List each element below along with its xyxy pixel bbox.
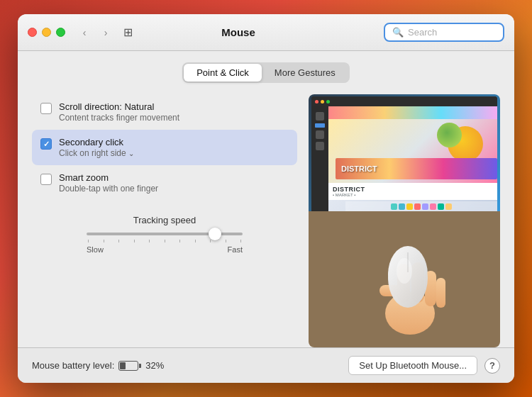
smart-zoom-checkbox[interactable] — [40, 174, 52, 185]
back-button[interactable]: ‹ — [75, 23, 94, 42]
secondary-click-checkbox-container[interactable] — [40, 138, 52, 150]
preview-bottom — [309, 211, 500, 347]
left-panel: Scroll direction: Natural Content tracks… — [32, 94, 297, 347]
scroll-direction-text: Scroll direction: Natural Content tracks… — [59, 101, 289, 123]
tab-more-gestures[interactable]: More Gestures — [262, 64, 348, 82]
smart-zoom-title: Smart zoom — [59, 172, 289, 183]
district-title: DISTRICT — [333, 186, 493, 193]
tick-marks-row — [87, 240, 243, 242]
titlebar: ‹ › ⊞ Mouse 🔍 — [18, 14, 514, 51]
district-subtitle: • MARKET • — [333, 193, 493, 197]
preview-content: DISTRICT DISTRICT • MARKET • — [311, 106, 497, 211]
tick-6 — [165, 240, 165, 242]
district-sidebar — [311, 106, 328, 211]
tracking-label: Tracking speed — [133, 215, 196, 225]
slider-labels: Slow Fast — [87, 245, 243, 254]
dock-icon-7 — [438, 203, 444, 210]
district-banner-text: DISTRICT — [341, 164, 377, 173]
tracking-speed-slider[interactable] — [87, 233, 243, 235]
main-split: Scroll direction: Natural Content tracks… — [32, 94, 500, 347]
smart-zoom-row: Smart zoom Double-tap with one finger — [32, 165, 297, 201]
help-button[interactable]: ? — [484, 358, 500, 374]
scroll-direction-checkbox[interactable] — [40, 103, 52, 114]
tick-7 — [179, 240, 180, 242]
window-title: Mouse — [93, 26, 384, 38]
scroll-direction-subtitle: Content tracks finger movement — [59, 113, 289, 123]
secondary-click-text: Secondary click Click on right side ⌄ — [59, 137, 289, 158]
search-input[interactable] — [408, 27, 496, 38]
tab-bar: Point & Click More Gestures — [32, 62, 500, 83]
scroll-direction-row: Scroll direction: Natural Content tracks… — [32, 94, 297, 130]
sidebar-item-2 — [315, 123, 325, 128]
tick-3 — [118, 240, 119, 242]
dock-icon-3 — [406, 203, 413, 210]
traffic-lights — [28, 28, 65, 37]
fast-label: Fast — [228, 245, 243, 254]
tick-1 — [88, 240, 89, 242]
preview-dot-red — [315, 100, 318, 104]
district-top-strip — [328, 106, 497, 119]
preview-top: DISTRICT DISTRICT • MARKET • — [309, 94, 500, 211]
sidebar-item-3 — [316, 130, 324, 139]
right-panel: DISTRICT DISTRICT • MARKET • — [309, 94, 500, 347]
district-image-area: DISTRICT — [328, 119, 497, 183]
smart-zoom-checkbox-container[interactable] — [40, 174, 52, 185]
bottom-bar: Mouse battery level: 32% Set Up Bluetoot… — [18, 347, 514, 383]
tab-point-click[interactable]: Point & Click — [184, 64, 262, 82]
district-banner: DISTRICT — [336, 158, 497, 179]
fruit-green — [437, 123, 462, 147]
scroll-direction-title: Scroll direction: Natural — [59, 101, 289, 112]
district-text-area: DISTRICT • MARKET • — [328, 183, 497, 200]
tick-4 — [134, 240, 135, 242]
secondary-click-checkbox[interactable] — [40, 138, 52, 150]
sidebar-item-4 — [316, 142, 324, 150]
scroll-direction-checkbox-container[interactable] — [40, 103, 52, 114]
battery-fill — [120, 362, 126, 369]
preview-dock — [345, 201, 497, 211]
tick-5 — [149, 240, 150, 242]
battery-label: Mouse battery level: — [32, 360, 114, 371]
svg-point-10 — [397, 258, 412, 284]
main-window: ‹ › ⊞ Mouse 🔍 Point & Click More Gesture… — [18, 14, 514, 383]
search-icon: 🔍 — [392, 27, 404, 38]
preview-mac-toolbar — [311, 96, 497, 106]
dock-icon-1 — [391, 203, 397, 210]
battery-percent: 32% — [145, 360, 164, 371]
tick-8 — [195, 240, 196, 242]
tick-10 — [226, 240, 226, 242]
content-area: Point & Click More Gestures Scroll direc… — [18, 51, 514, 347]
tab-group: Point & Click More Gestures — [182, 62, 350, 83]
setup-bluetooth-button[interactable]: Set Up Bluetooth Mouse... — [348, 356, 477, 375]
battery-info: Mouse battery level: 32% — [32, 360, 164, 371]
minimize-button[interactable] — [42, 28, 51, 37]
maximize-button[interactable] — [56, 28, 65, 37]
svg-rect-7 — [436, 278, 445, 308]
tracking-section: Tracking speed — [32, 215, 297, 254]
dock-icon-5 — [422, 203, 428, 210]
secondary-click-title: Secondary click — [59, 137, 289, 147]
preview-dot-yellow — [321, 100, 324, 104]
mouse-hand-illustration — [333, 221, 475, 338]
secondary-click-subtitle: Click on right side ⌄ — [59, 148, 289, 158]
battery-tip — [139, 364, 141, 368]
close-button[interactable] — [28, 28, 37, 37]
dock-icon-4 — [414, 203, 421, 210]
battery-icon — [118, 361, 141, 371]
preview-mac-window: DISTRICT DISTRICT • MARKET • — [311, 96, 497, 211]
slow-label: Slow — [87, 245, 104, 254]
smart-zoom-subtitle: Double-tap with one finger — [59, 184, 289, 194]
secondary-click-row: Secondary click Click on right side ⌄ — [32, 130, 297, 165]
dock-icon-2 — [399, 203, 405, 210]
tick-11 — [240, 240, 241, 242]
tick-9 — [210, 240, 211, 242]
secondary-click-dropdown-icon[interactable]: ⌄ — [128, 150, 134, 157]
smart-zoom-text: Smart zoom Double-tap with one finger — [59, 172, 289, 194]
slider-container: Slow Fast — [87, 233, 243, 254]
tick-2 — [104, 240, 104, 242]
district-main: DISTRICT DISTRICT • MARKET • — [328, 106, 497, 211]
preview-dot-green — [326, 100, 330, 104]
sidebar-item-1 — [316, 112, 324, 121]
battery-body — [118, 361, 138, 371]
dock-icon-8 — [445, 203, 452, 210]
dock-icon-6 — [430, 203, 436, 210]
